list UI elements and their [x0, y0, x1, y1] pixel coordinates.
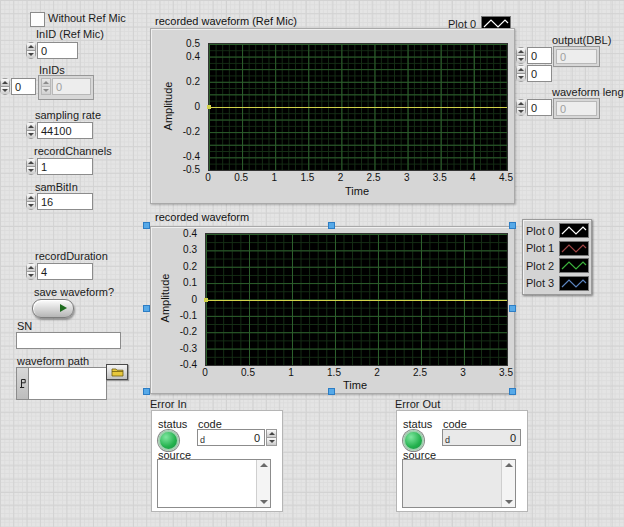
- sampling-rate-numeric[interactable]: 44100: [26, 122, 93, 139]
- x-tick-label: 0.5: [241, 367, 255, 378]
- error-in-status-led[interactable]: [158, 430, 179, 451]
- error-out-radix: d: [445, 435, 450, 445]
- graph1-x-axis-label: Time: [345, 185, 369, 197]
- selection-handle-bottom-mid[interactable]: [328, 388, 335, 395]
- output-dbl-index2[interactable]: 0: [516, 65, 552, 82]
- error-out-code-field: d 0: [442, 429, 521, 446]
- scroll-up-icon[interactable]: [505, 463, 513, 467]
- waveform-path-control[interactable]: [16, 367, 107, 400]
- x-tick-label: 0: [205, 172, 211, 183]
- inids-index-value[interactable]: 0: [11, 78, 36, 95]
- x-tick-label: 2: [374, 367, 380, 378]
- legend-item[interactable]: Plot 3: [526, 275, 588, 292]
- waveform-graph-ref-mic[interactable]: 0.50.40.20-0.2-0.4-0.5 00.511.522.533.54…: [150, 28, 515, 204]
- without-ref-mic-checkbox[interactable]: [30, 12, 45, 27]
- inid-value[interactable]: 0: [37, 42, 78, 59]
- error-in-code-value: 0: [254, 432, 264, 444]
- inids-element[interactable]: 0: [41, 78, 91, 95]
- sam-bit-in-numeric[interactable]: 16: [26, 193, 93, 210]
- waveform-path-value[interactable]: [28, 367, 107, 400]
- record-channels-value[interactable]: 1: [37, 158, 93, 175]
- record-channels-label: recordChannels: [34, 145, 112, 157]
- sampling-rate-value[interactable]: 44100: [37, 122, 93, 139]
- error-out-code-value: 0: [510, 432, 520, 444]
- record-duration-label: recordDuration: [35, 250, 108, 262]
- output-dbl-index1-spinner[interactable]: [516, 47, 526, 64]
- x-tick-label: 1.5: [327, 367, 341, 378]
- sam-bit-in-label: samBitIn: [35, 181, 78, 193]
- legend-item[interactable]: Plot 0: [526, 222, 588, 239]
- output-dbl-element-value: 0: [556, 49, 597, 64]
- error-out-status-led: [403, 430, 424, 451]
- record-duration-numeric[interactable]: 4: [26, 263, 93, 280]
- selection-handle-top-left[interactable]: [143, 222, 150, 229]
- graph2-plot-area[interactable]: [205, 233, 508, 366]
- x-tick-label: 1: [288, 367, 294, 378]
- y-tick-label: 0.5: [186, 38, 200, 49]
- graph2-legend[interactable]: Plot 0Plot 1Plot 2Plot 3: [522, 219, 592, 295]
- path-type-icon[interactable]: [16, 367, 28, 400]
- inid-spinner[interactable]: [26, 42, 36, 59]
- waveform-length-element: 0: [556, 101, 597, 116]
- inids-element-value[interactable]: 0: [52, 78, 91, 95]
- output-dbl-index2-spinner[interactable]: [516, 65, 526, 82]
- record-duration-value[interactable]: 4: [37, 263, 93, 280]
- y-tick-label: 0: [194, 101, 200, 112]
- y-tick-label: -0.4: [183, 151, 200, 162]
- waveform-length-index[interactable]: 0: [516, 99, 552, 116]
- error-in-code-field[interactable]: d 0: [197, 429, 265, 446]
- x-tick-label: 3: [460, 367, 466, 378]
- x-tick-label: 2.5: [367, 172, 381, 183]
- error-in-code-control[interactable]: d 0: [197, 429, 277, 446]
- selection-handle-top-right[interactable]: [509, 222, 516, 229]
- sampling-rate-spinner[interactable]: [26, 122, 36, 139]
- x-tick-label: 0.5: [234, 172, 248, 183]
- graph1-title: recorded waveform (Ref Mic): [155, 15, 297, 27]
- sam-bit-in-spinner[interactable]: [26, 193, 36, 210]
- save-waveform-toggle-button[interactable]: [32, 299, 74, 318]
- graph1-y-ticks: 0.50.40.20-0.2-0.4-0.5: [174, 43, 204, 169]
- legend-item-label: Plot 3: [526, 277, 554, 289]
- sn-input[interactable]: [16, 332, 121, 349]
- inids-element-spinner[interactable]: [41, 78, 51, 95]
- legend-item[interactable]: Plot 2: [526, 257, 588, 274]
- output-dbl-index2-value[interactable]: 0: [527, 65, 552, 82]
- scroll-down-icon[interactable]: [260, 500, 268, 504]
- selection-handle-mid-right[interactable]: [509, 305, 516, 312]
- x-tick-label: 1.5: [300, 172, 314, 183]
- inids-index-spinner[interactable]: [0, 78, 10, 95]
- graph1-plot-area[interactable]: [208, 43, 508, 171]
- waveform-length-index-spinner[interactable]: [516, 99, 526, 116]
- y-tick-label: 0.4: [183, 228, 197, 239]
- scroll-up-icon[interactable]: [260, 463, 268, 467]
- browse-folder-button[interactable]: [106, 364, 128, 380]
- record-channels-numeric[interactable]: 1: [26, 158, 93, 175]
- record-duration-spinner[interactable]: [26, 263, 36, 280]
- x-tick-label: 3.5: [499, 367, 513, 378]
- selection-handle-bottom-right[interactable]: [509, 388, 516, 395]
- error-in-source-scrollbar[interactable]: [256, 460, 270, 507]
- x-tick-label: 4: [470, 172, 476, 183]
- error-in-title: Error In: [150, 398, 187, 410]
- error-out-source-scrollbar[interactable]: [501, 460, 515, 507]
- graph2-zero-line: [206, 300, 507, 301]
- selection-handle-bottom-left[interactable]: [143, 388, 150, 395]
- waveform-graph[interactable]: 0.40.30.20.10-0.1-0.2-0.3-0.4 00.511.522…: [150, 226, 515, 394]
- legend-item[interactable]: Plot 1: [526, 240, 588, 257]
- waveform-length-index-value[interactable]: 0: [527, 99, 552, 116]
- selection-handle-top-mid[interactable]: [328, 222, 335, 229]
- output-dbl-index1[interactable]: 0: [516, 47, 552, 64]
- sam-bit-in-value[interactable]: 16: [37, 193, 93, 210]
- without-ref-mic-label: Without Ref Mic: [48, 12, 126, 24]
- error-in-code-spinner[interactable]: [266, 429, 277, 446]
- output-dbl-index1-value[interactable]: 0: [527, 47, 552, 64]
- error-in-source-field[interactable]: [157, 459, 271, 508]
- record-channels-spinner[interactable]: [26, 158, 36, 175]
- plot-line-icon: [559, 258, 589, 273]
- selection-handle-mid-left[interactable]: [143, 305, 150, 312]
- inid-numeric[interactable]: 0: [26, 42, 78, 59]
- scroll-down-icon[interactable]: [505, 500, 513, 504]
- graph1-zero-line: [209, 107, 507, 108]
- graph1-y-axis-label: Amplitude: [162, 82, 174, 131]
- inids-index[interactable]: 0: [0, 78, 36, 95]
